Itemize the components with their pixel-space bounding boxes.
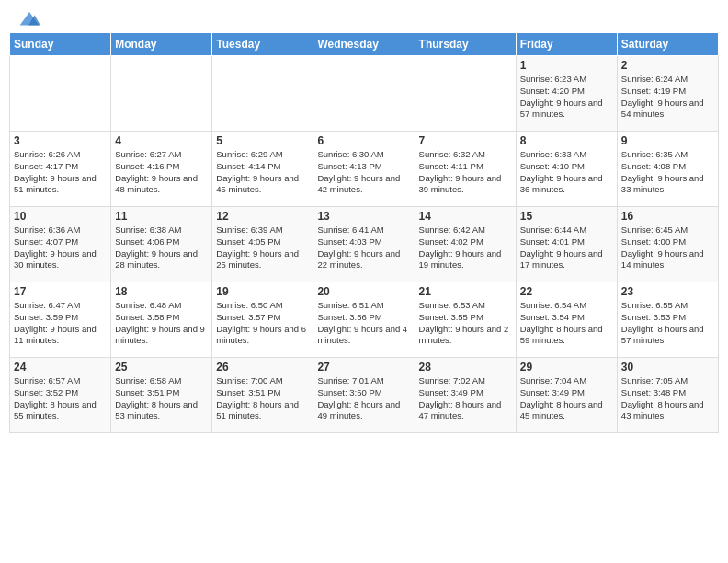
- day-number: 5: [216, 134, 309, 147]
- day-number: 18: [115, 285, 208, 298]
- day-detail: Sunrise: 6:32 AM Sunset: 4:11 PM Dayligh…: [419, 149, 512, 196]
- weekday-header-wednesday: Wednesday: [313, 33, 415, 56]
- day-number: 23: [621, 285, 714, 298]
- day-number: 3: [14, 134, 107, 147]
- calendar-body: 1Sunrise: 6:23 AM Sunset: 4:20 PM Daylig…: [10, 56, 719, 433]
- day-number: 16: [621, 210, 714, 223]
- calendar-cell: [212, 56, 313, 132]
- weekday-header-friday: Friday: [516, 33, 617, 56]
- calendar-week-1: 1Sunrise: 6:23 AM Sunset: 4:20 PM Daylig…: [10, 56, 719, 132]
- weekday-header-thursday: Thursday: [415, 33, 516, 56]
- day-number: 15: [520, 210, 613, 223]
- calendar-cell: 23Sunrise: 6:55 AM Sunset: 3:53 PM Dayli…: [617, 282, 718, 358]
- calendar-cell: [313, 56, 415, 132]
- calendar-cell: 12Sunrise: 6:39 AM Sunset: 4:05 PM Dayli…: [212, 207, 313, 282]
- day-number: 25: [115, 361, 208, 373]
- day-detail: Sunrise: 7:02 AM Sunset: 3:49 PM Dayligh…: [419, 375, 512, 422]
- calendar-cell: 22Sunrise: 6:54 AM Sunset: 3:54 PM Dayli…: [516, 282, 617, 358]
- day-detail: Sunrise: 7:04 AM Sunset: 3:49 PM Dayligh…: [520, 375, 613, 422]
- calendar-week-3: 10Sunrise: 6:36 AM Sunset: 4:07 PM Dayli…: [10, 207, 719, 282]
- weekday-header-sunday: Sunday: [10, 33, 111, 56]
- calendar-cell: 10Sunrise: 6:36 AM Sunset: 4:07 PM Dayli…: [10, 207, 111, 282]
- day-number: 27: [317, 361, 410, 373]
- calendar-cell: 13Sunrise: 6:41 AM Sunset: 4:03 PM Dayli…: [313, 207, 415, 282]
- day-number: 2: [621, 59, 714, 72]
- day-number: 17: [14, 285, 107, 298]
- day-number: 12: [216, 210, 309, 223]
- day-detail: Sunrise: 6:54 AM Sunset: 3:54 PM Dayligh…: [520, 300, 613, 347]
- calendar-cell: [10, 56, 111, 132]
- weekday-header-saturday: Saturday: [617, 33, 718, 56]
- day-number: 19: [216, 285, 309, 298]
- day-detail: Sunrise: 6:29 AM Sunset: 4:14 PM Dayligh…: [216, 149, 309, 196]
- calendar-cell: 28Sunrise: 7:02 AM Sunset: 3:49 PM Dayli…: [415, 358, 516, 433]
- page-container: SundayMondayTuesdayWednesdayThursdayFrid…: [0, 0, 728, 433]
- day-detail: Sunrise: 6:41 AM Sunset: 4:03 PM Dayligh…: [317, 224, 410, 271]
- day-detail: Sunrise: 6:50 AM Sunset: 3:57 PM Dayligh…: [216, 300, 309, 347]
- day-number: 6: [317, 134, 410, 147]
- calendar-cell: [415, 56, 516, 132]
- day-detail: Sunrise: 6:51 AM Sunset: 3:56 PM Dayligh…: [317, 300, 410, 347]
- day-detail: Sunrise: 7:05 AM Sunset: 3:48 PM Dayligh…: [621, 375, 714, 422]
- day-detail: Sunrise: 6:48 AM Sunset: 3:58 PM Dayligh…: [115, 300, 208, 347]
- calendar-cell: 24Sunrise: 6:57 AM Sunset: 3:52 PM Dayli…: [10, 358, 111, 433]
- calendar-cell: 18Sunrise: 6:48 AM Sunset: 3:58 PM Dayli…: [111, 282, 212, 358]
- day-number: 14: [419, 210, 512, 223]
- day-detail: Sunrise: 6:58 AM Sunset: 3:51 PM Dayligh…: [115, 375, 208, 422]
- calendar-cell: 29Sunrise: 7:04 AM Sunset: 3:49 PM Dayli…: [516, 358, 617, 433]
- calendar-cell: 3Sunrise: 6:26 AM Sunset: 4:17 PM Daylig…: [10, 132, 111, 207]
- calendar-cell: [111, 56, 212, 132]
- calendar: SundayMondayTuesdayWednesdayThursdayFrid…: [9, 32, 719, 433]
- day-detail: Sunrise: 6:47 AM Sunset: 3:59 PM Dayligh…: [14, 300, 107, 347]
- calendar-cell: 11Sunrise: 6:38 AM Sunset: 4:06 PM Dayli…: [111, 207, 212, 282]
- day-detail: Sunrise: 6:27 AM Sunset: 4:16 PM Dayligh…: [115, 149, 208, 196]
- calendar-cell: 17Sunrise: 6:47 AM Sunset: 3:59 PM Dayli…: [10, 282, 111, 358]
- day-number: 11: [115, 210, 208, 223]
- calendar-cell: 25Sunrise: 6:58 AM Sunset: 3:51 PM Dayli…: [111, 358, 212, 433]
- calendar-cell: 27Sunrise: 7:01 AM Sunset: 3:50 PM Dayli…: [313, 358, 415, 433]
- day-number: 28: [419, 361, 512, 373]
- calendar-week-5: 24Sunrise: 6:57 AM Sunset: 3:52 PM Dayli…: [10, 358, 719, 433]
- calendar-week-4: 17Sunrise: 6:47 AM Sunset: 3:59 PM Dayli…: [10, 282, 719, 358]
- logo: [18, 9, 44, 29]
- calendar-cell: 20Sunrise: 6:51 AM Sunset: 3:56 PM Dayli…: [313, 282, 415, 358]
- day-number: 22: [520, 285, 613, 298]
- day-detail: Sunrise: 7:01 AM Sunset: 3:50 PM Dayligh…: [317, 375, 410, 422]
- logo-icon: [18, 10, 40, 29]
- calendar-cell: 4Sunrise: 6:27 AM Sunset: 4:16 PM Daylig…: [111, 132, 212, 207]
- day-number: 7: [419, 134, 512, 147]
- calendar-cell: 30Sunrise: 7:05 AM Sunset: 3:48 PM Dayli…: [617, 358, 718, 433]
- calendar-cell: 26Sunrise: 7:00 AM Sunset: 3:51 PM Dayli…: [212, 358, 313, 433]
- day-detail: Sunrise: 6:23 AM Sunset: 4:20 PM Dayligh…: [520, 74, 613, 121]
- day-number: 29: [520, 361, 613, 373]
- calendar-cell: 8Sunrise: 6:33 AM Sunset: 4:10 PM Daylig…: [516, 132, 617, 207]
- day-number: 13: [317, 210, 410, 223]
- day-detail: Sunrise: 6:30 AM Sunset: 4:13 PM Dayligh…: [317, 149, 410, 196]
- calendar-cell: 6Sunrise: 6:30 AM Sunset: 4:13 PM Daylig…: [313, 132, 415, 207]
- day-detail: Sunrise: 6:38 AM Sunset: 4:06 PM Dayligh…: [115, 224, 208, 271]
- day-number: 8: [520, 134, 613, 147]
- calendar-cell: 7Sunrise: 6:32 AM Sunset: 4:11 PM Daylig…: [415, 132, 516, 207]
- day-number: 26: [216, 361, 309, 373]
- day-number: 24: [14, 361, 107, 373]
- calendar-cell: 9Sunrise: 6:35 AM Sunset: 4:08 PM Daylig…: [617, 132, 718, 207]
- calendar-cell: 21Sunrise: 6:53 AM Sunset: 3:55 PM Dayli…: [415, 282, 516, 358]
- day-number: 4: [115, 134, 208, 147]
- day-number: 20: [317, 285, 410, 298]
- weekday-header-tuesday: Tuesday: [212, 33, 313, 56]
- day-detail: Sunrise: 6:45 AM Sunset: 4:00 PM Dayligh…: [621, 224, 714, 271]
- calendar-cell: 19Sunrise: 6:50 AM Sunset: 3:57 PM Dayli…: [212, 282, 313, 358]
- day-number: 9: [621, 134, 714, 147]
- day-number: 10: [14, 210, 107, 223]
- day-detail: Sunrise: 6:36 AM Sunset: 4:07 PM Dayligh…: [14, 224, 107, 271]
- day-number: 1: [520, 59, 613, 72]
- calendar-cell: 14Sunrise: 6:42 AM Sunset: 4:02 PM Dayli…: [415, 207, 516, 282]
- calendar-cell: 1Sunrise: 6:23 AM Sunset: 4:20 PM Daylig…: [516, 56, 617, 132]
- weekday-header-row: SundayMondayTuesdayWednesdayThursdayFrid…: [10, 33, 719, 56]
- weekday-header-monday: Monday: [111, 33, 212, 56]
- day-detail: Sunrise: 6:33 AM Sunset: 4:10 PM Dayligh…: [520, 149, 613, 196]
- calendar-cell: 15Sunrise: 6:44 AM Sunset: 4:01 PM Dayli…: [516, 207, 617, 282]
- day-detail: Sunrise: 6:57 AM Sunset: 3:52 PM Dayligh…: [14, 375, 107, 422]
- calendar-week-2: 3Sunrise: 6:26 AM Sunset: 4:17 PM Daylig…: [10, 132, 719, 207]
- calendar-cell: 5Sunrise: 6:29 AM Sunset: 4:14 PM Daylig…: [212, 132, 313, 207]
